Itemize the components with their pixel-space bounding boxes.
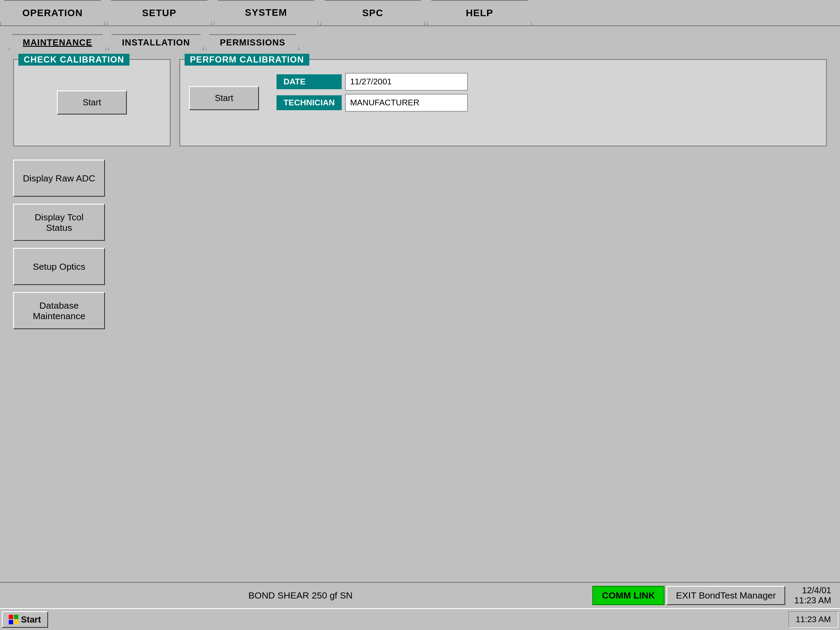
tab-setup[interactable]: SETUP bbox=[107, 0, 212, 25]
check-calibration-panel: CHECK CALIBRATION Start bbox=[13, 59, 171, 146]
exit-bondtest-button[interactable]: EXIT BondTest Manager bbox=[666, 586, 785, 605]
technician-label: TECHNICIAN bbox=[276, 95, 342, 110]
database-maintenance-button[interactable]: Database Maintenance bbox=[13, 292, 105, 329]
taskbar: Start 11:23 AM bbox=[0, 608, 840, 630]
setup-optics-button[interactable]: Setup Optics bbox=[13, 248, 105, 285]
subtab-installation[interactable]: INSTALLATION bbox=[108, 34, 204, 50]
status-bar: BOND SHEAR 250 gf SN COMM LINK EXIT Bond… bbox=[0, 582, 840, 608]
subtab-permissions[interactable]: PERMISSIONS bbox=[206, 34, 299, 50]
tab-system[interactable]: SYSTEM bbox=[214, 0, 318, 25]
main-content-area: CHECK CALIBRATION Start PERFORM CALIBRAT… bbox=[0, 50, 840, 578]
date-technician-grid: DATE TECHNICIAN bbox=[276, 73, 468, 111]
tab-spc[interactable]: SPC bbox=[320, 0, 425, 25]
sidebar-buttons: Display Raw ADC Display Tcol Status Setu… bbox=[13, 160, 827, 329]
sub-tab-bar: MAINTENANCE INSTALLATION PERMISSIONS bbox=[0, 26, 840, 50]
perform-calibration-start-button[interactable]: Start bbox=[189, 86, 259, 110]
start-button[interactable]: Start bbox=[2, 611, 48, 628]
subtab-maintenance[interactable]: MAINTENANCE bbox=[9, 34, 106, 50]
perform-calibration-label: PERFORM CALIBRATION bbox=[185, 54, 309, 66]
calibration-row: CHECK CALIBRATION Start PERFORM CALIBRAT… bbox=[13, 59, 827, 146]
svg-rect-0 bbox=[9, 615, 13, 619]
status-date: 12/4/01 bbox=[802, 585, 831, 595]
main-tab-bar: OPERATION SETUP SYSTEM SPC HELP bbox=[0, 0, 840, 26]
svg-rect-1 bbox=[14, 615, 18, 619]
date-input[interactable] bbox=[345, 73, 468, 90]
perform-calibration-inner: Start DATE TECHNICIAN bbox=[189, 73, 817, 119]
start-label: Start bbox=[21, 615, 41, 625]
date-time-display: 12/4/01 11:23 AM bbox=[794, 585, 831, 606]
tab-operation[interactable]: OPERATION bbox=[0, 0, 105, 25]
bond-info: BOND SHEAR 250 gf SN bbox=[9, 590, 592, 601]
technician-input[interactable] bbox=[345, 94, 468, 111]
perform-calibration-panel: PERFORM CALIBRATION Start DATE TECHNICIA… bbox=[179, 59, 827, 146]
status-time: 11:23 AM bbox=[794, 595, 831, 606]
display-raw-adc-button[interactable]: Display Raw ADC bbox=[13, 160, 105, 197]
tab-help[interactable]: HELP bbox=[427, 0, 532, 25]
svg-rect-2 bbox=[9, 620, 13, 624]
taskbar-clock: 11:23 AM bbox=[788, 611, 838, 628]
comm-link-button[interactable]: COMM LINK bbox=[592, 586, 665, 605]
svg-rect-3 bbox=[14, 620, 18, 624]
display-tcol-status-button[interactable]: Display Tcol Status bbox=[13, 204, 105, 241]
check-calibration-label: CHECK CALIBRATION bbox=[18, 54, 130, 66]
windows-logo-icon bbox=[9, 615, 18, 624]
check-calibration-start-button[interactable]: Start bbox=[57, 90, 127, 115]
date-label: DATE bbox=[276, 74, 342, 89]
